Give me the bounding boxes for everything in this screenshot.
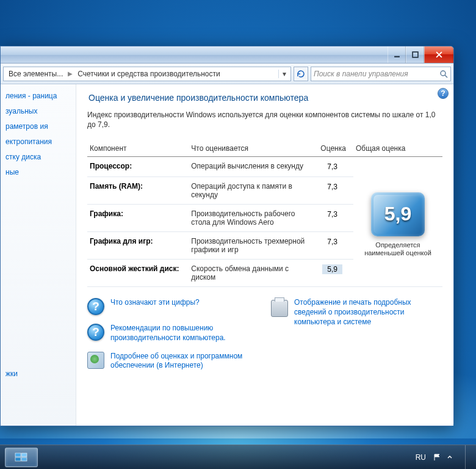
row-desc: Производительность трехмерной графики и … [189, 232, 312, 260]
search-placeholder: Поиск в панели управления [314, 70, 408, 78]
svg-rect-4 [15, 453, 21, 457]
link-what-numbers-mean[interactable]: ? Что означают эти цифры? [87, 298, 259, 315]
svg-line-3 [445, 75, 447, 78]
sidebar-link[interactable]: стку диска [5, 153, 72, 162]
tray-flag-icon[interactable] [433, 453, 442, 462]
row-desc: Операций доступа к памяти в секунду [189, 177, 312, 205]
language-indicator[interactable]: RU [416, 453, 426, 462]
row-score: 7,3 [322, 182, 342, 192]
link-label: Что означают эти цифры? [110, 298, 200, 315]
overall-caption: Определяется наименьшей оценкой [356, 241, 440, 258]
help-icon: ? [87, 324, 104, 341]
link-label: Рекомендации по повышению производительн… [110, 324, 259, 343]
address-dropdown-button[interactable]: ▾ [278, 70, 289, 78]
svg-rect-5 [21, 453, 27, 457]
row-name: Память (RAM): [87, 177, 189, 205]
control-panel-window: Все элементы... ▶ Счетчики и средства пр… [0, 46, 454, 426]
chevron-right-icon: ▶ [67, 70, 74, 77]
taskbar: RU [0, 445, 476, 469]
sidebar-link[interactable]: зуальных [5, 107, 72, 116]
system-tray [433, 453, 454, 462]
sidebar-link[interactable]: жки [5, 369, 18, 378]
breadcrumb-item[interactable]: Счетчики и средства производительности [74, 70, 223, 78]
page-title: Оценка и увеличение производительности к… [88, 93, 442, 103]
main-content: ? Оценка и увеличение производительности… [76, 84, 453, 426]
performance-table: Компонент Что оценивается Оценка Общая о… [87, 140, 442, 287]
row-score: 5,9 [322, 264, 342, 274]
th-score: Оценка [312, 140, 353, 157]
sidebar: ления - раница зуальных раметров ия ектр… [1, 84, 76, 426]
row-score: 7,3 [322, 209, 342, 219]
row-desc: Производительность рабочего стола для Wi… [189, 205, 312, 232]
show-desktop-button[interactable] [465, 445, 471, 470]
intro-text: Индекс производительности Windows исполь… [87, 110, 442, 129]
tray-arrow-icon[interactable] [445, 453, 454, 462]
sidebar-link[interactable]: раметров ия [5, 122, 72, 131]
overall-score-badge: 5,9 [371, 192, 425, 236]
address-bar[interactable]: Все элементы... ▶ Счетчики и средства пр… [3, 67, 291, 81]
navbar: Все элементы... ▶ Счетчики и средства пр… [1, 64, 453, 84]
link-label: Отображение и печать подробных сведений … [294, 298, 442, 327]
link-label: Подробнее об оценках и программном обесп… [110, 352, 259, 371]
overall-cell: 5,9 Определяется наименьшей оценкой [353, 157, 442, 287]
link-recommendations[interactable]: ? Рекомендации по повышению производител… [87, 324, 259, 343]
help-icon: ? [87, 298, 104, 315]
software-icon [87, 352, 104, 369]
minimize-button[interactable] [388, 46, 406, 63]
printer-icon [271, 300, 288, 317]
row-name: Графика для игр: [87, 232, 189, 260]
search-icon [439, 70, 448, 78]
sidebar-link[interactable]: ления - раница [5, 92, 72, 101]
svg-point-2 [441, 71, 445, 76]
taskbar-app-button[interactable] [5, 448, 38, 467]
svg-rect-1 [413, 52, 418, 57]
svg-rect-0 [394, 56, 400, 57]
titlebar [1, 46, 453, 64]
row-desc: Операций вычисления в секунду [189, 157, 312, 177]
row-score: 7,3 [322, 162, 342, 172]
refresh-button[interactable] [294, 67, 308, 81]
link-software-info[interactable]: Подробнее об оценках и программном обесп… [87, 352, 259, 371]
sidebar-link[interactable]: ные [5, 168, 72, 177]
overall-score-value: 5,9 [384, 203, 411, 225]
row-name: Графика: [87, 205, 189, 232]
row-desc: Скорость обмена данными с диском [189, 260, 312, 287]
link-print-details[interactable]: Отображение и печать подробных сведений … [271, 298, 442, 327]
search-input[interactable]: Поиск в панели управления [311, 67, 451, 81]
svg-rect-6 [15, 457, 21, 461]
maximize-button[interactable] [406, 46, 424, 63]
help-icon[interactable]: ? [438, 88, 449, 99]
row-name: Основной жесткий диск: [87, 260, 189, 287]
svg-rect-7 [21, 457, 27, 461]
close-button[interactable] [424, 46, 453, 63]
table-row: Процессор: Операций вычисления в секунду… [87, 157, 442, 177]
th-desc: Что оценивается [189, 140, 312, 157]
row-name: Процессор: [87, 157, 189, 177]
sidebar-link[interactable]: ектропитания [5, 137, 72, 147]
th-component: Компонент [87, 140, 189, 157]
row-score: 7,3 [322, 237, 342, 247]
th-overall: Общая оценка [353, 140, 442, 157]
breadcrumb-item[interactable]: Все элементы... [5, 70, 67, 78]
